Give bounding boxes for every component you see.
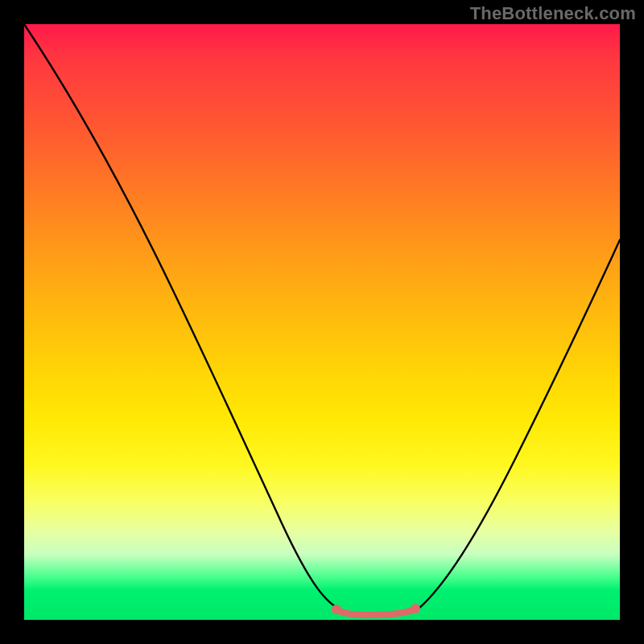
curve-layer (24, 24, 620, 620)
watermark-label: TheBottleneck.com (470, 3, 636, 24)
flat-marker-segment (336, 609, 415, 615)
plot-area (24, 24, 620, 620)
marker-dot-left (332, 605, 341, 614)
marker-dot-right (411, 604, 420, 613)
bottleneck-curve (24, 24, 620, 614)
chart-frame: TheBottleneck.com (0, 0, 644, 644)
